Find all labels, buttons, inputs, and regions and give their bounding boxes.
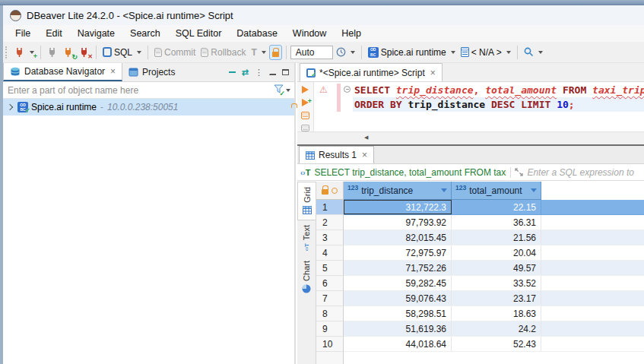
row-number-cell[interactable]: 10 bbox=[316, 337, 344, 352]
tree-item-connection[interactable]: OD BC Spice.ai runtime - 10.0.0.238:5005… bbox=[3, 99, 294, 116]
rollback-button[interactable]: Rollback bbox=[198, 45, 248, 60]
cell-trip-distance[interactable]: 71,752.26 bbox=[344, 261, 452, 275]
link-editor-icon[interactable]: ⇄ bbox=[242, 68, 249, 77]
row-number-cell[interactable]: 3 bbox=[316, 230, 344, 245]
connection-name: Spice.ai runtime bbox=[31, 102, 97, 112]
tab-projects[interactable]: Projects bbox=[122, 63, 181, 81]
results-tab-label: Results 1 bbox=[319, 150, 357, 160]
filter-expression-input[interactable]: Enter a SQL expression to bbox=[527, 167, 644, 178]
menu-item-edit[interactable]: Edit bbox=[38, 26, 70, 41]
column-dropdown-icon[interactable] bbox=[441, 188, 447, 192]
minimize-view-icon[interactable] bbox=[269, 70, 276, 75]
execute-new-tab-button[interactable]: + bbox=[302, 99, 309, 106]
tab-sql-script[interactable]: *<Spice.ai runtime> Script × bbox=[300, 63, 443, 81]
cell-total-amount[interactable]: 18.63 bbox=[452, 306, 541, 321]
filter-funnel-button[interactable]: ✓ bbox=[274, 84, 284, 96]
column-header-total-amount[interactable]: 123 total_amount bbox=[452, 182, 541, 200]
view-tab-chart[interactable]: Chart bbox=[297, 256, 316, 299]
column-header-trip-distance[interactable]: 123 trip_distance bbox=[344, 182, 452, 200]
object-filter-input[interactable]: Enter a part of object name here ✓ bbox=[3, 82, 294, 99]
editor-tab-bar: *<Spice.ai runtime> Script × bbox=[297, 63, 644, 82]
cell-total-amount[interactable]: 22.15 bbox=[452, 200, 541, 214]
code-area[interactable]: SELECT trip_distance, total_amount FROM … bbox=[353, 82, 644, 131]
row-number-cell[interactable]: 5 bbox=[316, 261, 344, 276]
cell-total-amount[interactable]: 49.57 bbox=[452, 261, 541, 275]
separator bbox=[510, 167, 511, 178]
row-number-cell[interactable]: 4 bbox=[316, 245, 344, 261]
cell-total-amount[interactable]: 20.04 bbox=[452, 245, 541, 260]
cell-trip-distance[interactable]: 58,298.51 bbox=[344, 306, 452, 321]
execute-script-disabled-button[interactable] bbox=[301, 125, 309, 132]
close-icon[interactable]: × bbox=[362, 150, 367, 160]
row-number-cell[interactable]: 1 bbox=[316, 200, 344, 215]
commit-button[interactable]: Commit bbox=[152, 45, 198, 60]
execute-script-button[interactable] bbox=[301, 112, 309, 119]
menu-item-help[interactable]: Help bbox=[334, 26, 369, 41]
new-connection-button[interactable]: + bbox=[12, 45, 36, 60]
maximize-view-icon[interactable] bbox=[282, 69, 289, 75]
close-icon[interactable]: × bbox=[110, 67, 116, 76]
window-title: DBeaver Lite 24.2.0 - <Spice.ai runtime>… bbox=[27, 10, 233, 21]
reconnect-button[interactable]: ↻ bbox=[61, 45, 76, 60]
view-tab-grid[interactable]: Grid bbox=[297, 182, 316, 220]
cell-trip-distance[interactable]: 44,018.64 bbox=[344, 337, 452, 351]
cell-total-amount[interactable]: 21.56 bbox=[452, 230, 541, 245]
row-number-cell[interactable]: 7 bbox=[316, 291, 344, 306]
fold-collapse-icon[interactable] bbox=[344, 86, 351, 93]
row-number-cell[interactable]: 6 bbox=[316, 276, 344, 291]
transaction-log-button[interactable]: T bbox=[249, 45, 268, 60]
close-icon[interactable]: × bbox=[430, 68, 436, 78]
cell-trip-distance[interactable]: 51,619.36 bbox=[344, 321, 452, 336]
tab-database-navigator[interactable]: Database Navigator × bbox=[3, 63, 122, 81]
sql-editor: + ⚠ SELECT trip_distance, total_amount F… bbox=[297, 82, 644, 131]
grid-header: 123 trip_distance 123 total_amount bbox=[316, 182, 644, 200]
grid-corner-cell[interactable] bbox=[316, 182, 344, 200]
grid-row: 472,975.9720.04 bbox=[316, 245, 644, 261]
cell-total-amount[interactable]: 24.2 bbox=[452, 321, 541, 336]
expand-filter-icon[interactable] bbox=[515, 168, 523, 176]
cell-total-amount[interactable]: 23.17 bbox=[452, 291, 541, 305]
cell-total-amount[interactable]: 52.43 bbox=[452, 337, 541, 351]
cell-trip-distance[interactable]: 97,793.92 bbox=[344, 215, 452, 229]
connect-button[interactable] bbox=[45, 45, 60, 60]
cell-trip-distance[interactable]: 312,722.3 bbox=[344, 200, 452, 214]
cell-trip-distance[interactable]: 82,015.45 bbox=[344, 230, 452, 245]
database-selector[interactable]: < N/A > bbox=[458, 45, 513, 60]
connection-selector[interactable]: OD BC Spice.ai runtime bbox=[366, 45, 458, 60]
editor-gutter: ⚠ bbox=[314, 82, 335, 131]
column-dropdown-icon[interactable] bbox=[531, 188, 537, 192]
expander-chevron-icon[interactable] bbox=[7, 104, 13, 110]
sql-editor-button[interactable]: SQL bbox=[100, 45, 144, 60]
cell-trip-distance[interactable]: 59,282.45 bbox=[344, 276, 452, 290]
commit-mode-combo[interactable]: Auto bbox=[290, 46, 333, 59]
editor-horizontal-scrollbar[interactable]: ◀ bbox=[297, 131, 644, 143]
execute-statement-button[interactable] bbox=[302, 86, 309, 93]
row-number-cell[interactable]: 2 bbox=[316, 215, 344, 230]
code-line-current: ORDER BY trip_distance DESC LIMIT 10; bbox=[353, 97, 644, 112]
autocommit-toggle-button[interactable] bbox=[269, 45, 282, 60]
menu-item-file[interactable]: File bbox=[8, 26, 38, 41]
menu-item-database[interactable]: Database bbox=[229, 26, 285, 41]
check-overlay-icon: ✓ bbox=[279, 90, 285, 97]
search-button[interactable] bbox=[522, 45, 545, 59]
cell-total-amount[interactable]: 36.31 bbox=[452, 215, 541, 229]
cell-trip-distance[interactable]: 72,975.97 bbox=[344, 245, 452, 260]
cell-trip-distance[interactable]: 59,076.43 bbox=[344, 291, 452, 305]
code-token: 10 bbox=[557, 99, 569, 110]
x-overlay-icon: ✕ bbox=[87, 54, 93, 60]
tab-results-1[interactable]: Results 1 × bbox=[299, 146, 374, 163]
menu-item-navigate[interactable]: Navigate bbox=[70, 26, 122, 41]
view-tab-text[interactable]: Text ‹›T bbox=[297, 220, 316, 256]
menu-item-window[interactable]: Window bbox=[285, 26, 334, 41]
row-number-cell[interactable]: 8 bbox=[316, 306, 344, 321]
menu-item-search[interactable]: Search bbox=[122, 26, 168, 41]
scroll-left-arrow-icon[interactable]: ◀ bbox=[364, 135, 368, 141]
cell-total-amount[interactable]: 33.52 bbox=[452, 276, 541, 290]
collapse-all-icon[interactable] bbox=[229, 71, 236, 73]
transaction-history-button[interactable] bbox=[334, 45, 357, 59]
menu-item-sql-editor[interactable]: SQL Editor bbox=[168, 26, 230, 41]
view-menu-icon[interactable]: ⋮ bbox=[255, 68, 263, 77]
row-number-cell[interactable]: 9 bbox=[316, 321, 344, 337]
disconnect-button[interactable]: ✕ bbox=[77, 45, 92, 60]
code-token: taxi_trips bbox=[592, 84, 644, 96]
